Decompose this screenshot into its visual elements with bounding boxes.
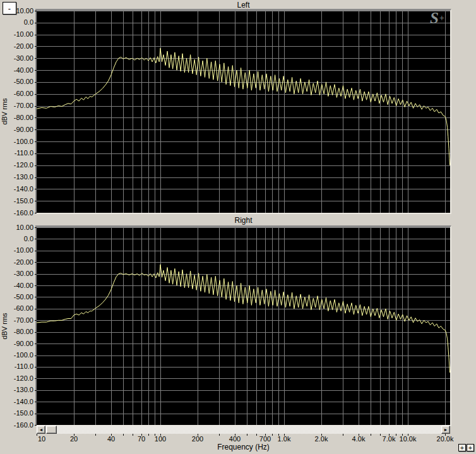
y-tick-label: -130.0 <box>0 386 33 394</box>
y-tick-mark <box>35 378 37 379</box>
frequency-scrollbar[interactable]: ◄ ► <box>37 426 450 434</box>
y-tick-mark <box>35 153 37 154</box>
y-tick-mark <box>35 46 37 47</box>
watermark-plus: + <box>439 13 444 23</box>
y-tick-mark <box>35 320 37 321</box>
y-tick-mark <box>35 227 37 228</box>
y-tick-mark <box>35 106 37 107</box>
y-tick-label: -100.0 <box>0 351 33 359</box>
y-tick-mark <box>35 58 37 59</box>
y-tick-mark <box>35 11 37 11</box>
y-tick-label: -110.0 <box>0 149 33 157</box>
y-tick-label: 10.00 <box>0 224 33 232</box>
y-tick-mark <box>35 390 37 391</box>
y-tick-label: -140.0 <box>0 185 33 193</box>
y-tick-label: -30.00 <box>0 54 33 63</box>
y-tick-mark <box>35 70 37 71</box>
y-tick-mark <box>35 82 37 83</box>
y-tick-label: -110.0 <box>0 362 33 371</box>
y-tick-mark <box>35 332 37 333</box>
y-tick-mark <box>35 402 37 402</box>
y-tick-mark <box>35 309 37 309</box>
x-axis-title: Frequency (Hz) <box>37 443 450 451</box>
y-tick-label: -40.00 <box>0 66 33 75</box>
spectrum-analyzer-window: - Left Right dBV rms dBV rms S+ 10.000.0… <box>0 0 476 454</box>
y-tick-mark <box>35 189 37 189</box>
y-tick-label: -20.00 <box>0 42 33 51</box>
y-tick-label: -70.00 <box>0 102 33 110</box>
y-tick-label: -130.0 <box>0 173 33 181</box>
y-tick-mark <box>35 165 37 166</box>
y-tick-mark <box>35 367 37 367</box>
y-tick-label: 0.0 <box>0 18 33 27</box>
y-tick-mark <box>35 129 37 130</box>
y-tick-label: -20.00 <box>0 258 33 266</box>
x-tick-label: 2.0k <box>302 435 340 443</box>
y-tick-label: -120.0 <box>0 374 33 383</box>
y-tick-label: -150.0 <box>0 409 33 417</box>
y-tick-mark <box>35 355 37 356</box>
right-channel-plot <box>35 225 451 426</box>
left-channel-spectrum <box>37 11 450 213</box>
y-tick-mark <box>35 239 37 239</box>
y-tick-mark <box>35 251 37 251</box>
y-tick-mark <box>35 23 37 23</box>
y-tick-label: -50.00 <box>0 293 33 301</box>
y-tick-mark <box>35 414 37 414</box>
scrollbar-thumb[interactable] <box>46 426 57 434</box>
scrollbar-left-arrow-icon[interactable]: ◄ <box>37 426 45 434</box>
y-tick-mark <box>35 285 37 286</box>
y-tick-mark <box>35 117 37 118</box>
y-tick-mark <box>35 177 37 178</box>
x-tick-label: 20 <box>55 435 93 443</box>
panel-title-left: Left <box>37 1 450 9</box>
left-channel-plot <box>35 9 451 214</box>
y-tick-mark <box>35 274 37 275</box>
scrollbar-right-arrow-icon[interactable]: ► <box>441 426 450 434</box>
y-tick-mark <box>35 141 37 142</box>
y-tick-label: -60.00 <box>0 304 33 313</box>
y-tick-label: -90.00 <box>0 126 33 134</box>
panel-title-right: Right <box>37 216 450 225</box>
y-tick-mark <box>35 262 37 263</box>
y-tick-label: -90.00 <box>0 340 33 348</box>
y-tick-label: -150.0 <box>0 197 33 205</box>
y-tick-label: -10.00 <box>0 246 33 254</box>
y-tick-label: -10.00 <box>0 30 33 39</box>
y-tick-label: -160.0 <box>0 209 33 217</box>
x-tick-label: 10.0k <box>389 435 427 443</box>
expand-button-1[interactable]: + <box>458 444 466 451</box>
y-tick-label: 10.00 <box>0 7 33 15</box>
y-tick-mark <box>35 35 37 35</box>
y-tick-label: -100.0 <box>0 138 33 146</box>
y-tick-label: -60.00 <box>0 90 33 98</box>
expand-button-2[interactable]: + <box>467 444 474 451</box>
right-channel-spectrum <box>37 227 450 425</box>
y-tick-label: -70.00 <box>0 316 33 325</box>
y-tick-label: -50.00 <box>0 78 33 86</box>
y-tick-label: -140.0 <box>0 398 33 406</box>
y-tick-label: -120.0 <box>0 161 33 169</box>
y-tick-mark <box>35 201 37 201</box>
watermark-s: S <box>430 9 439 27</box>
x-tick-label: 100 <box>141 435 179 443</box>
y-tick-label: -30.00 <box>0 270 33 278</box>
x-tick-label: 20.0k <box>426 435 464 443</box>
y-tick-mark <box>35 297 37 297</box>
spectraplus-watermark: S+ <box>430 10 444 26</box>
y-tick-mark <box>35 213 37 213</box>
spectrum-trace-right <box>37 265 450 373</box>
x-tick-label: 1.0k <box>265 435 303 443</box>
y-tick-label: 0.0 <box>0 235 33 243</box>
y-tick-label: -160.0 <box>0 421 33 429</box>
y-tick-label: -80.00 <box>0 328 33 336</box>
y-tick-label: -40.00 <box>0 282 33 290</box>
y-tick-mark <box>35 94 37 95</box>
y-tick-mark <box>35 343 37 344</box>
y-tick-label: -80.00 <box>0 114 33 122</box>
x-tick-label: 200 <box>179 435 217 443</box>
